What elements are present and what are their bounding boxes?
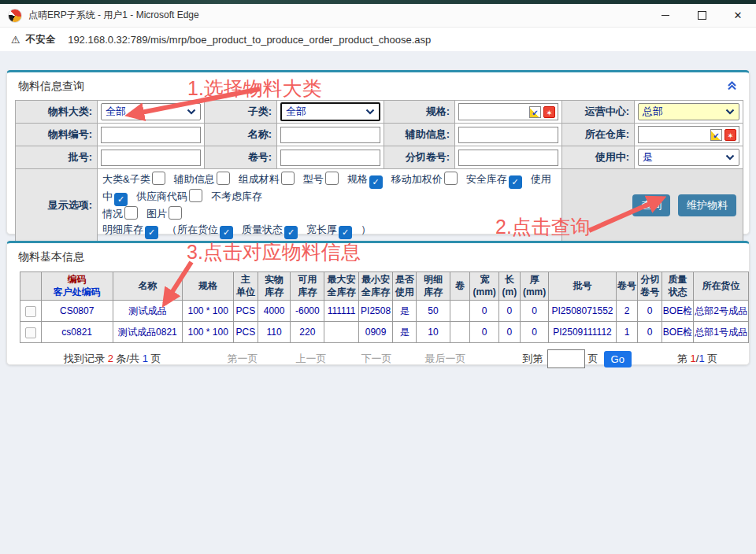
roll-no-input[interactable] bbox=[280, 150, 380, 166]
warehouse-input[interactable] bbox=[641, 128, 708, 142]
cell[interactable]: 0 bbox=[638, 322, 662, 343]
maintain-material-button[interactable]: 维护物料 bbox=[678, 194, 736, 216]
slit-roll-no-cell bbox=[455, 146, 562, 169]
cell[interactable]: 100 * 100 bbox=[183, 322, 234, 343]
minimize-button[interactable] bbox=[647, 4, 684, 27]
cell[interactable]: 0 bbox=[470, 322, 498, 343]
display-option-checkbox[interactable]: ✓ bbox=[284, 226, 298, 239]
table-row[interactable]: cs0821测试成品0821100 * 100PCS1102200909是100… bbox=[20, 322, 749, 343]
close-icon: ✕ bbox=[734, 10, 743, 20]
display-option-checkbox[interactable] bbox=[152, 172, 165, 185]
cell[interactable]: 0909 bbox=[358, 322, 393, 343]
batch-no-input[interactable] bbox=[101, 150, 201, 166]
url-text[interactable]: 192.168.0.32:789/mis/mrp/boe_product_to_… bbox=[68, 34, 431, 46]
display-option-checkbox[interactable]: ✓ bbox=[339, 226, 352, 239]
cell[interactable]: 4000 bbox=[258, 301, 291, 322]
cell[interactable]: 是 bbox=[393, 301, 416, 322]
material-name-input[interactable] bbox=[280, 127, 380, 143]
display-option-checkbox[interactable] bbox=[444, 172, 458, 185]
cell[interactable]: 50 bbox=[416, 301, 450, 322]
goto-page-input[interactable] bbox=[547, 349, 585, 368]
pager-prev[interactable]: 上一页 bbox=[296, 352, 327, 366]
cell[interactable]: 0 bbox=[520, 322, 548, 343]
cell[interactable]: 0 bbox=[638, 301, 662, 322]
maximize-button[interactable] bbox=[684, 4, 720, 27]
cell[interactable]: PI2508 bbox=[358, 301, 393, 322]
cell[interactable]: 220 bbox=[291, 322, 324, 343]
cell[interactable]: PCS bbox=[234, 322, 258, 343]
sub-class-label: 子类: bbox=[205, 101, 277, 124]
cell[interactable]: 110 bbox=[258, 322, 291, 343]
display-option-checkbox[interactable]: ✓ bbox=[145, 226, 158, 239]
operation-center-select[interactable]: 总部 bbox=[638, 103, 739, 120]
picker-icon[interactable]: ✔ bbox=[710, 129, 722, 141]
display-option-checkbox[interactable]: ✓ bbox=[369, 175, 383, 189]
cell[interactable]: 是 bbox=[393, 322, 416, 343]
display-option-checkbox[interactable] bbox=[325, 172, 339, 185]
aux-info-input[interactable] bbox=[458, 127, 558, 143]
cell[interactable]: PI2508071552 bbox=[549, 301, 617, 322]
clear-icon[interactable]: ✶ bbox=[724, 129, 736, 141]
display-option-label: 供应商代码 bbox=[136, 190, 187, 202]
cell[interactable]: 100 * 100 bbox=[183, 301, 234, 322]
cell[interactable]: 111111 bbox=[324, 301, 358, 322]
warehouse-input-wrap: ✔✶ bbox=[638, 126, 739, 143]
cell[interactable]: 总部2号成品 bbox=[694, 301, 749, 322]
display-option-checkbox[interactable] bbox=[281, 172, 295, 185]
in-use-select[interactable]: 是 bbox=[638, 149, 739, 166]
table-row[interactable]: CS0807测试成品100 * 100PCS4000-6000111111PI2… bbox=[20, 301, 749, 322]
double-chevron-up-icon[interactable] bbox=[726, 79, 738, 94]
cell[interactable]: 总部1号成品 bbox=[694, 322, 749, 343]
display-option-checkbox[interactable]: ✓ bbox=[220, 226, 233, 239]
picker-icon[interactable]: ✔ bbox=[529, 106, 541, 118]
form-row: 物料大类:全部子类:全部规格:✔✶运营中心:总部 bbox=[16, 101, 743, 124]
address-bar[interactable]: ⚠ 不安全 192.168.0.32:789/mis/mrp/boe_produ… bbox=[0, 27, 756, 52]
display-option-checkbox[interactable] bbox=[189, 189, 202, 202]
cell[interactable]: 2 bbox=[616, 301, 638, 322]
column-header: 质量状态 bbox=[662, 272, 693, 301]
cell[interactable]: 测试成品 bbox=[113, 301, 183, 322]
pager-first[interactable]: 第一页 bbox=[228, 352, 258, 366]
spec-input[interactable] bbox=[461, 105, 527, 119]
cell[interactable]: PI2509111112 bbox=[549, 322, 617, 343]
cell[interactable] bbox=[450, 322, 470, 343]
pager-next[interactable]: 下一页 bbox=[361, 352, 392, 366]
query-button[interactable]: 查询 bbox=[632, 194, 670, 216]
cell[interactable]: -6000 bbox=[291, 301, 324, 322]
cell[interactable]: BOE检 bbox=[662, 322, 693, 343]
cell[interactable] bbox=[324, 322, 358, 343]
display-option-checkbox[interactable]: ✓ bbox=[114, 193, 128, 206]
clear-icon[interactable]: ✶ bbox=[543, 106, 555, 118]
column-header: 最小安全库存 bbox=[358, 272, 393, 301]
cell[interactable]: 10 bbox=[416, 322, 450, 343]
material-code-input[interactable] bbox=[101, 127, 201, 143]
display-option-checkbox[interactable] bbox=[124, 206, 138, 220]
slit-roll-no-input[interactable] bbox=[458, 150, 558, 166]
cell[interactable]: BOE检 bbox=[662, 301, 693, 322]
cell[interactable]: 1 bbox=[616, 322, 638, 343]
row-checkbox[interactable] bbox=[25, 327, 36, 338]
cell[interactable]: 0 bbox=[498, 322, 520, 343]
query-form: 物料大类:全部子类:全部规格:✔✶运营中心:总部物料编号:名称:辅助信息:所在仓… bbox=[15, 100, 743, 242]
cell[interactable]: CS0807 bbox=[41, 301, 113, 322]
row-checkbox[interactable] bbox=[25, 306, 36, 317]
record-summary: 找到记录 2 条/共 1 页 bbox=[64, 352, 161, 366]
go-button[interactable]: Go bbox=[604, 351, 632, 367]
cell[interactable]: 0 bbox=[470, 301, 498, 322]
cell[interactable]: cs0821 bbox=[41, 322, 113, 343]
cell[interactable]: 测试成品0821 bbox=[113, 322, 183, 343]
display-option-checkbox[interactable] bbox=[169, 206, 182, 220]
sub-class-select[interactable]: 全部 bbox=[280, 102, 380, 121]
cell[interactable] bbox=[450, 301, 470, 322]
form-row: 批号:卷号:分切卷号:使用中:是 bbox=[16, 146, 743, 169]
material-major-class-select[interactable]: 全部 bbox=[101, 103, 201, 120]
column-header: 宽(mm) bbox=[470, 272, 498, 301]
display-option-text: 不考虑库存 bbox=[211, 190, 262, 202]
pager-last[interactable]: 最后一页 bbox=[425, 352, 466, 366]
cell[interactable]: PCS bbox=[234, 301, 258, 322]
cell[interactable]: 0 bbox=[498, 301, 520, 322]
close-button[interactable]: ✕ bbox=[720, 4, 756, 27]
display-option-checkbox[interactable]: ✓ bbox=[509, 175, 522, 189]
display-option-checkbox[interactable] bbox=[217, 172, 230, 185]
cell[interactable]: 0 bbox=[520, 301, 548, 322]
